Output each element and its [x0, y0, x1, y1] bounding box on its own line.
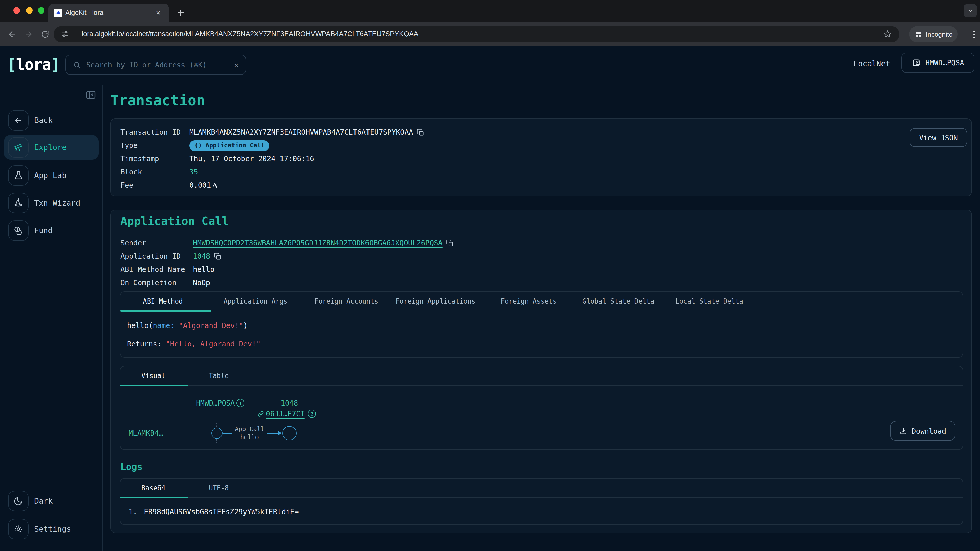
coins-icon [8, 221, 29, 241]
on-completion-row: On Completion NoOp [121, 277, 210, 288]
graph-to-node [282, 426, 297, 440]
graph-account-link[interactable]: HMWD…PQSA [196, 399, 235, 407]
tab-global-state-delta[interactable]: Global State Delta [582, 297, 654, 305]
visual-tablist: Visual Table [121, 366, 963, 386]
application-id-row: Application ID 1048 [121, 251, 221, 262]
on-completion-value: NoOp [193, 279, 210, 287]
browser-toolbar: lora.algokit.io/localnet/transaction/MLA… [0, 22, 980, 46]
sidebar-collapse-button[interactable] [85, 89, 97, 102]
logs-title: Logs [121, 461, 143, 472]
copy-icon[interactable] [213, 252, 221, 260]
tab-abi-method[interactable]: ABI Method [143, 297, 183, 305]
sidebar-item-back[interactable]: Back [4, 108, 99, 133]
sidebar-item-txn-wizard[interactable]: Txn Wizard [4, 191, 99, 215]
url-bar[interactable]: lora.algokit.io/localnet/transaction/MLA… [54, 26, 899, 42]
application-call-title: Application Call [121, 215, 229, 227]
fee-value: 0.001 [189, 181, 211, 189]
algo-icon [212, 182, 218, 188]
logs-tabs-box: Base64 UTF-8 1. FR98dQAUSGVsbG8sIEFsZ29y… [120, 478, 963, 525]
forward-icon[interactable] [22, 28, 35, 40]
url-text[interactable]: lora.algokit.io/localnet/transaction/MLA… [82, 30, 418, 38]
graph-edge-label[interactable]: App Callhello [232, 425, 267, 441]
active-tab-indicator [121, 385, 188, 386]
graph-edge-arrow [278, 430, 282, 436]
download-icon [900, 427, 908, 435]
transaction-id-row: Transaction ID MLAMKB4ANXZ5NA2XY7ZNF3EAI… [121, 127, 425, 138]
sidebar-item-fund[interactable]: Fund [4, 218, 99, 243]
app-call-tablist: ABI Method Application Args Foreign Acco… [121, 292, 963, 311]
tab-application-args[interactable]: Application Args [224, 297, 287, 305]
sidebar-item-label: Txn Wizard [34, 198, 80, 208]
tab-table[interactable]: Table [209, 372, 229, 380]
browser-tabstrip: ak AlgoKit - lora ✕ [0, 0, 980, 22]
wizard-hat-icon [8, 193, 29, 213]
copy-icon[interactable] [417, 128, 425, 136]
tab-close-icon[interactable]: ✕ [154, 8, 163, 17]
tab-foreign-assets[interactable]: Foreign Assets [501, 297, 557, 305]
traffic-minimize-button[interactable] [26, 7, 33, 14]
tab-base64[interactable]: Base64 [142, 484, 165, 492]
sender-link[interactable]: HMWDSHQCOPD2T36WBAHLAZ6PO5GDJJZBN4D2TODK… [193, 239, 442, 247]
lora-logo[interactable]: [lora] [7, 56, 59, 73]
tab-local-state-delta[interactable]: Local State Delta [675, 297, 743, 305]
tab-utf8[interactable]: UTF-8 [209, 484, 229, 492]
graph-group-number: 2 [308, 410, 316, 418]
new-tab-button[interactable] [173, 6, 188, 20]
application-call-card: Application Call Sender HMWDSHQCOPD2T36W… [110, 210, 972, 533]
sidebar-item-app-lab[interactable]: App Lab [4, 163, 99, 188]
graph-group-link[interactable]: 06JJ…F7CI [266, 410, 305, 418]
copy-icon[interactable] [446, 239, 454, 247]
tab-title: AlgoKit - lora [65, 9, 103, 16]
browser-tab[interactable]: ak AlgoKit - lora ✕ [48, 3, 169, 22]
sidebar-item-label: App Lab [34, 171, 66, 180]
type-badge: () Application Call [189, 140, 270, 151]
site-settings-icon[interactable] [61, 30, 69, 38]
log-value: FR98dQAUSGVsbG8sIEFsZ29yYW5kIERldiE= [144, 508, 299, 516]
fee-row: Fee 0.001 [121, 179, 218, 191]
moon-icon [8, 491, 29, 511]
tab-search-button[interactable] [964, 4, 977, 17]
abi-method-name-row: ABI Method Name hello [121, 264, 215, 275]
type-row: Type () Application Call [121, 140, 270, 151]
bookmark-star-icon[interactable] [883, 30, 892, 39]
sidebar-item-settings[interactable]: Settings [4, 517, 99, 541]
wallet-button[interactable]: HMWD…PQSA [901, 52, 974, 73]
tab-visual[interactable]: Visual [142, 372, 165, 380]
sidebar-item-explore[interactable]: Explore [4, 135, 99, 160]
browser-menu-icon[interactable] [970, 27, 978, 41]
reload-icon[interactable] [39, 28, 51, 40]
back-icon[interactable] [6, 28, 18, 40]
visual-tabs-box: Visual Table HMWD…PQSA1 1048 06JJ…F7CI2 … [120, 366, 963, 450]
view-json-button[interactable]: View JSON [910, 128, 967, 147]
incognito-label: Incognito [926, 30, 953, 38]
search-input[interactable]: Search by ID or Address (⌘K) ✕ [65, 55, 246, 75]
flask-icon [8, 165, 29, 186]
tab-foreign-applications[interactable]: Foreign Applications [396, 297, 476, 305]
sidebar-item-label: Fund [34, 226, 52, 235]
search-placeholder: Search by ID or Address (⌘K) [86, 61, 207, 69]
application-id-link[interactable]: 1048 [193, 252, 210, 260]
transaction-summary-card: Transaction ID MLAMKB4ANXZ5NA2XY7ZNF3EAI… [110, 118, 972, 197]
sender-row: Sender HMWDSHQCOPD2T36WBAHLAZ6PO5GDJJZBN… [121, 237, 454, 248]
search-icon [73, 61, 81, 69]
gear-icon [8, 519, 29, 539]
transaction-id-value: MLAMKB4ANXZ5NA2XY7ZNF3EAIROHVWPAB4A7CLT6… [189, 128, 413, 136]
graph-txn-row: MLAMKB4… [129, 429, 163, 437]
network-label[interactable]: LocalNet [853, 59, 891, 68]
search-clear-icon[interactable]: ✕ [234, 61, 239, 69]
graph-txn-link[interactable]: MLAMKB4… [129, 429, 163, 437]
sidebar-item-label: Settings [34, 524, 71, 534]
download-button[interactable]: Download [890, 421, 956, 441]
telescope-icon [8, 137, 29, 158]
graph-app-header: 1048 [281, 399, 298, 407]
graph-account-number: 1 [236, 399, 245, 407]
graph-app-link[interactable]: 1048 [281, 399, 298, 407]
traffic-close-button[interactable] [13, 7, 20, 14]
block-link[interactable]: 35 [189, 168, 198, 176]
sidebar-item-dark[interactable]: Dark [4, 489, 99, 513]
graph-account-header: HMWD…PQSA1 [196, 399, 245, 407]
traffic-zoom-button[interactable] [38, 7, 45, 14]
log-index: 1. [129, 508, 137, 516]
tab-foreign-accounts[interactable]: Foreign Accounts [314, 297, 378, 305]
graph-from-node: 1 [211, 427, 223, 439]
